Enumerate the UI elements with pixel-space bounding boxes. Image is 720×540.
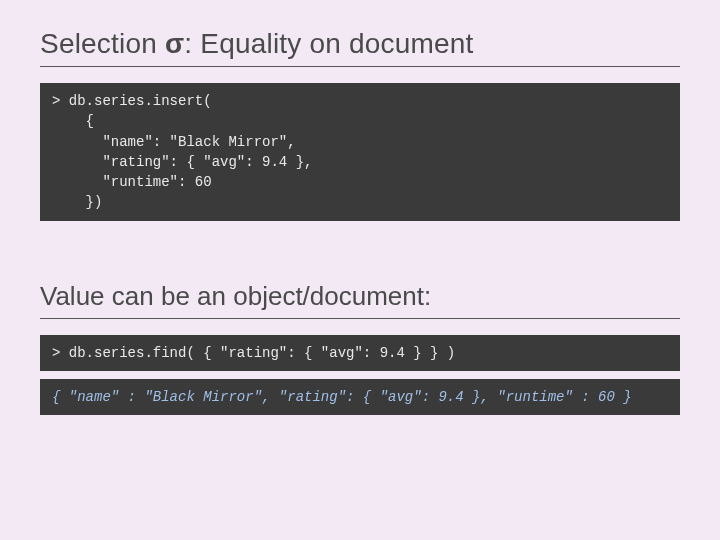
title-post: : Equality on document [184,28,473,59]
result-line: { "name" : "Black Mirror", "rating": { "… [52,389,632,405]
sigma-symbol: σ [165,28,184,59]
code-block-result: { "name" : "Black Mirror", "rating": { "… [40,379,680,415]
subtitle: Value can be an object/document: [40,281,680,312]
slide: Selection σ: Equality on document > db.s… [0,0,720,540]
subtitle-rule [40,318,680,319]
code-find-body: db.series.find( { "rating": { "avg": 9.4… [60,345,455,361]
code-insert-body: db.series.insert( { "name": "Black Mirro… [52,93,312,210]
code-block-insert: > db.series.insert( { "name": "Black Mir… [40,83,680,221]
page-title: Selection σ: Equality on document [40,28,680,60]
code-block-find: > db.series.find( { "rating": { "avg": 9… [40,335,680,371]
title-pre: Selection [40,28,165,59]
title-rule [40,66,680,67]
